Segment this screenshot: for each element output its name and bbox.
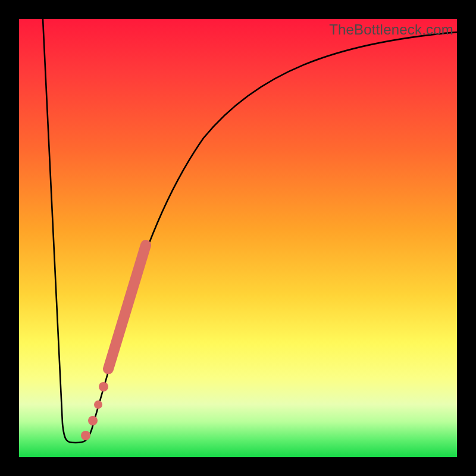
chart-frame: TheBottleneck.com: [0, 0, 476, 476]
marker-dot: [81, 431, 90, 440]
marker-dot: [88, 416, 98, 425]
bottleneck-curve: [19, 19, 457, 457]
watermark-text: TheBottleneck.com: [329, 21, 453, 38]
scatter-layer: [19, 19, 457, 457]
marker-dot: [94, 400, 102, 409]
chart-plot-area: TheBottleneck.com: [19, 19, 457, 457]
curve-path: [43, 19, 457, 443]
marker-segment: [108, 245, 146, 369]
marker-dot: [99, 382, 108, 392]
